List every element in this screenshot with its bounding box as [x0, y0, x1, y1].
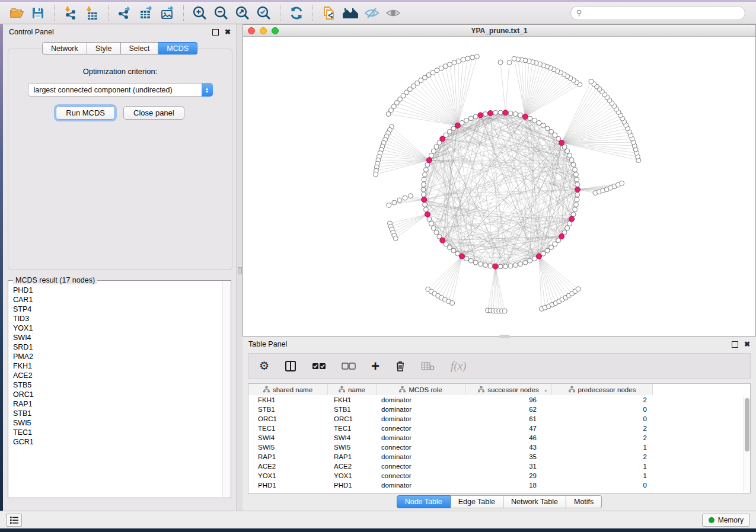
- mcds-result-item[interactable]: GCR1: [13, 437, 222, 447]
- optimization-criterion-select[interactable]: largest connected component (undirected)…: [28, 83, 213, 97]
- float-table-panel-icon[interactable]: [732, 341, 738, 348]
- table-cell: RAP1: [328, 453, 377, 460]
- duplicate-network-icon[interactable]: [318, 4, 340, 23]
- table-scrollbar[interactable]: [743, 396, 749, 492]
- mcds-result-item[interactable]: SRD1: [13, 342, 222, 352]
- delete-column-icon[interactable]: [395, 360, 406, 372]
- hide-selected-icon[interactable]: [361, 4, 382, 23]
- table-cell: dominator: [377, 453, 465, 460]
- close-table-panel-icon[interactable]: ✖: [744, 341, 750, 348]
- memory-button[interactable]: Memory: [702, 514, 750, 527]
- task-history-button[interactable]: [6, 514, 22, 527]
- table-cell: connector: [377, 425, 465, 432]
- mcds-result-item[interactable]: CAR1: [13, 295, 222, 305]
- zoom-out-icon[interactable]: [210, 4, 232, 23]
- network-canvas[interactable]: [243, 37, 755, 335]
- table-row[interactable]: YOX1YOX1connector291: [248, 471, 750, 480]
- save-session-icon[interactable]: [27, 4, 49, 23]
- tab-node-table[interactable]: Node Table: [397, 495, 451, 508]
- table-cell: 35: [465, 453, 552, 460]
- table-row[interactable]: SWI4SWI4dominator462: [248, 433, 750, 443]
- close-panel-button[interactable]: Close panel: [123, 106, 184, 120]
- zoom-fit-icon[interactable]: [232, 4, 253, 23]
- export-network-icon[interactable]: [114, 4, 135, 23]
- zoom-selected-icon[interactable]: [253, 4, 275, 23]
- first-neighbors-icon[interactable]: [340, 4, 361, 23]
- mcds-result-item[interactable]: STP4: [13, 305, 222, 314]
- table-scrollbar-thumb[interactable]: [745, 398, 749, 451]
- table-cell: connector: [377, 444, 465, 451]
- table-row[interactable]: ORC1ORC1dominator610: [248, 414, 750, 424]
- mcds-list-scrollbar[interactable]: [222, 281, 230, 497]
- tab-motifs[interactable]: Motifs: [566, 495, 602, 508]
- zoom-in-icon[interactable]: [189, 4, 210, 23]
- show-all-icon[interactable]: [382, 4, 404, 23]
- tab-style[interactable]: Style: [87, 42, 121, 55]
- horizontal-splitter-handle[interactable]: [499, 335, 510, 338]
- mcds-result-item[interactable]: RAP1: [13, 399, 222, 409]
- mcds-result-item[interactable]: SWI4: [13, 333, 222, 342]
- column-header-predecessor-nodes[interactable]: predecessor nodes: [552, 384, 653, 395]
- mcds-result-item[interactable]: ORC1: [13, 390, 222, 399]
- mcds-result-item[interactable]: STB5: [13, 380, 222, 390]
- create-column-icon[interactable]: +: [371, 358, 379, 374]
- export-image-icon[interactable]: [157, 4, 178, 23]
- table-row[interactable]: RAP1RAP1dominator352: [248, 452, 750, 462]
- table-cell: 2: [552, 425, 653, 432]
- column-header-name[interactable]: name: [328, 384, 377, 395]
- network-window-titlebar[interactable]: YPA_prune.txt_1: [243, 25, 755, 37]
- mcds-result-item[interactable]: TEC1: [13, 428, 222, 437]
- tab-network-table[interactable]: Network Table: [503, 495, 566, 508]
- delete-table-icon: [421, 361, 435, 371]
- import-table-icon[interactable]: [81, 4, 103, 23]
- table-cell: 2: [552, 434, 653, 441]
- table-row[interactable]: TEC1TEC1connector472: [248, 424, 750, 433]
- mcds-result-item[interactable]: YOX1: [13, 323, 222, 333]
- select-all-columns-icon[interactable]: [312, 362, 326, 370]
- mcds-result-item[interactable]: STB1: [13, 409, 222, 418]
- close-panel-icon[interactable]: ✖: [225, 28, 231, 36]
- tab-edge-table[interactable]: Edge Table: [451, 495, 503, 508]
- refresh-view-icon[interactable]: [286, 4, 307, 23]
- table-row[interactable]: FKH1FKH1dominator962: [248, 395, 750, 405]
- table-settings-gear-icon[interactable]: ⚙: [259, 359, 269, 373]
- network-search-box[interactable]: ⚲: [570, 6, 745, 20]
- import-network-icon[interactable]: [60, 4, 81, 23]
- search-input[interactable]: [585, 9, 739, 17]
- mcds-result-item[interactable]: FKH1: [13, 361, 222, 371]
- network-graph[interactable]: [243, 37, 756, 335]
- control-panel: Control Panel ✖ NetworkStyleSelectMCDS O…: [3, 24, 237, 511]
- mcds-result-item[interactable]: ACE2: [13, 371, 222, 380]
- table-cell: FKH1: [328, 396, 377, 403]
- table-cell: dominator: [377, 406, 465, 413]
- run-mcds-button[interactable]: Run MCDS: [56, 106, 115, 120]
- table-cell: STB1: [248, 406, 328, 413]
- table-cell: 1: [552, 472, 653, 479]
- export-table-icon[interactable]: [135, 4, 157, 23]
- column-header-shared-name[interactable]: shared name: [248, 384, 328, 395]
- mcds-result-item[interactable]: TID3: [13, 314, 222, 323]
- vertical-splitter[interactable]: [237, 24, 243, 511]
- tab-network[interactable]: Network: [42, 42, 87, 55]
- mcds-result-item[interactable]: PHD1: [13, 286, 222, 295]
- float-panel-icon[interactable]: [212, 29, 219, 36]
- show-columns-icon[interactable]: [285, 360, 296, 372]
- column-header-successor-nodes[interactable]: successor nodes⌄: [465, 384, 552, 395]
- tab-select[interactable]: Select: [121, 42, 159, 55]
- mcds-result-item[interactable]: SWI5: [13, 418, 222, 428]
- splitter-handle[interactable]: [238, 267, 242, 274]
- table-cell: 0: [552, 406, 653, 413]
- table-row[interactable]: ACE2ACE2connector311: [248, 462, 750, 471]
- control-panel-header: Control Panel ✖: [3, 24, 237, 40]
- mcds-result-group: MCDS result (17 nodes) PHD1CAR1STP4TID3Y…: [8, 280, 231, 498]
- column-header-MCDS-role[interactable]: MCDS role: [377, 384, 465, 395]
- open-session-icon[interactable]: [6, 4, 27, 23]
- table-row[interactable]: PHD1PHD1dominator180: [248, 480, 750, 490]
- mcds-result-list[interactable]: PHD1CAR1STP4TID3YOX1SWI4SRD1PMA2FKH1ACE2…: [9, 284, 222, 497]
- mcds-result-item[interactable]: PMA2: [13, 352, 222, 361]
- table-row[interactable]: SWI5SWI5connector431: [248, 443, 750, 452]
- table-row[interactable]: STB1STB1dominator620: [248, 405, 750, 414]
- tab-mcds[interactable]: MCDS: [158, 42, 197, 55]
- unselect-all-columns-icon[interactable]: [342, 362, 356, 370]
- table-cell: TEC1: [328, 425, 377, 432]
